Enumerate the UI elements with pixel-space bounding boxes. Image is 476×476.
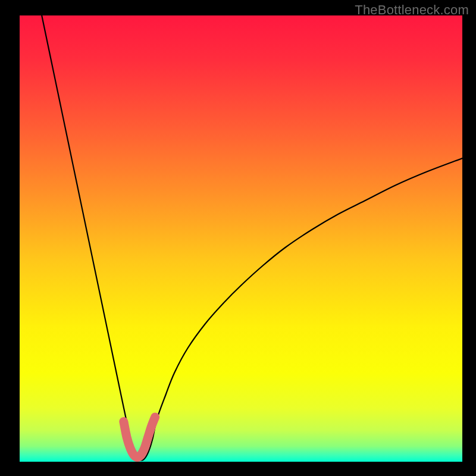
plot-area — [20, 15, 462, 462]
watermark-text: TheBottleneck.com — [355, 2, 469, 18]
gradient-background — [20, 15, 462, 462]
chart-svg — [20, 15, 462, 462]
